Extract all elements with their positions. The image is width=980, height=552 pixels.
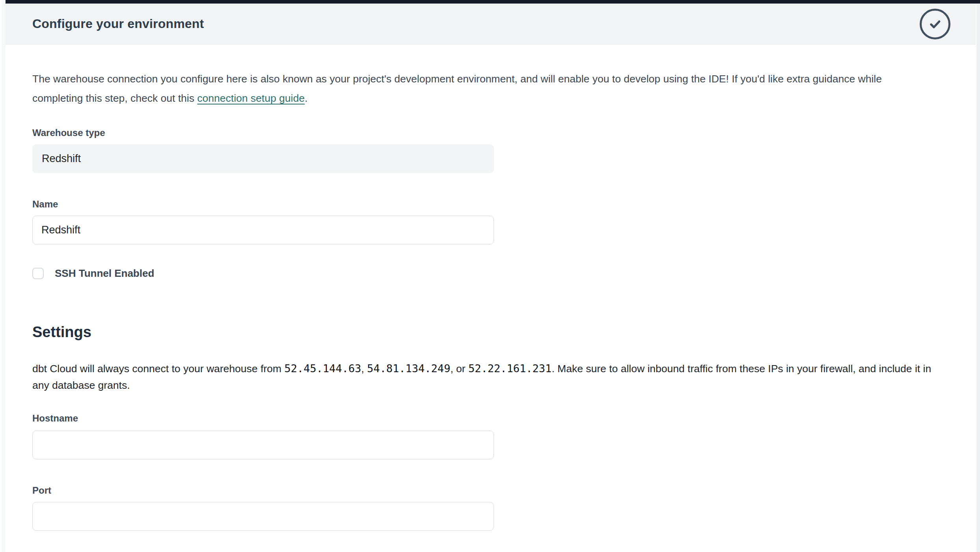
intro-text-after-link: . bbox=[305, 92, 307, 104]
note-text-1: dbt Cloud will always connect to your wa… bbox=[32, 363, 284, 375]
port-label: Port bbox=[32, 485, 939, 496]
ssh-tunnel-label: SSH Tunnel Enabled bbox=[55, 267, 154, 280]
hostname-label: Hostname bbox=[32, 412, 939, 424]
check-circle-icon bbox=[920, 9, 950, 39]
ip-address-1: 52.45.144.63 bbox=[284, 362, 361, 375]
page-title: Configure your environment bbox=[32, 17, 204, 31]
connection-setup-guide-link[interactable]: connection setup guide bbox=[197, 92, 305, 104]
ip-address-3: 52.22.161.231 bbox=[468, 362, 551, 375]
ip-address-2: 54.81.134.249 bbox=[367, 362, 450, 375]
name-input[interactable] bbox=[32, 216, 494, 244]
hostname-input[interactable] bbox=[32, 431, 494, 459]
warehouse-type-label: Warehouse type bbox=[32, 127, 939, 139]
wizard-header: Configure your environment bbox=[6, 4, 976, 45]
top-accent-bar bbox=[6, 0, 980, 4]
ip-allowlist-note: dbt Cloud will always connect to your wa… bbox=[32, 360, 937, 393]
environment-form: The warehouse connection you configure h… bbox=[32, 45, 939, 531]
intro-text-before-link: The warehouse connection you configure h… bbox=[32, 73, 882, 104]
warehouse-type-value: Redshift bbox=[42, 153, 81, 165]
intro-text: The warehouse connection you configure h… bbox=[32, 69, 920, 108]
note-sep-1: , bbox=[361, 363, 367, 375]
ssh-tunnel-checkbox[interactable] bbox=[32, 268, 44, 279]
name-label: Name bbox=[32, 198, 939, 210]
note-sep-2: , or bbox=[450, 363, 468, 375]
window-left-edge bbox=[2, 0, 6, 552]
settings-heading: Settings bbox=[32, 324, 939, 341]
ssh-tunnel-row: SSH Tunnel Enabled bbox=[32, 267, 939, 280]
warehouse-type-select[interactable]: Redshift bbox=[32, 144, 494, 173]
port-input[interactable] bbox=[32, 502, 494, 531]
scrollbar-track[interactable] bbox=[976, 4, 980, 552]
